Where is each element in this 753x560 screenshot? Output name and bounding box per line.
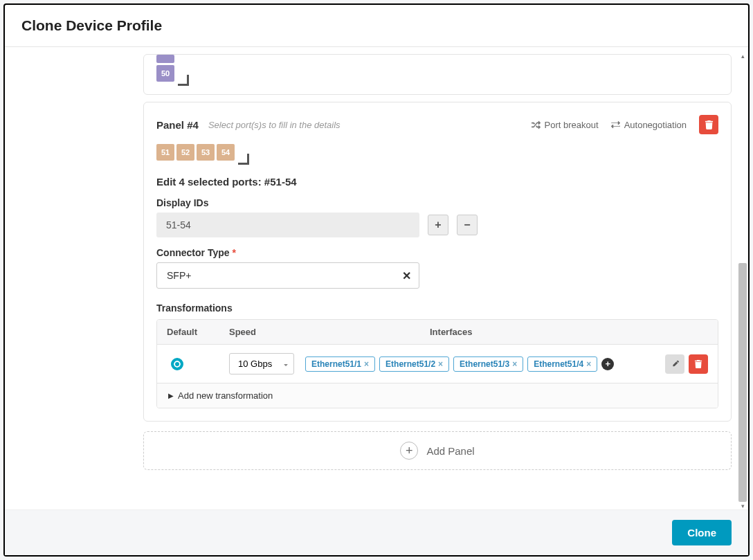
plus-circle-icon: + xyxy=(400,442,418,460)
table-row: 10 Gbps Ethernet51/1 × Ethernet51/2 × Et… xyxy=(157,345,718,383)
col-header-interfaces: Interfaces xyxy=(430,327,653,337)
remove-tag-button[interactable]: × xyxy=(586,359,591,369)
port-chip-partial xyxy=(156,55,174,63)
display-ids-input[interactable] xyxy=(156,213,419,237)
interface-tag: Ethernet51/4 × xyxy=(527,356,597,372)
interface-tag: Ethernet51/2 × xyxy=(379,356,449,372)
modal-title: Clone Device Profile xyxy=(5,5,748,47)
modal-dialog: Clone Device Profile 50 Panel #4 Select … xyxy=(3,3,750,557)
trash-icon xyxy=(694,360,702,368)
panel-hint: Select port(s)s to fill in the details xyxy=(208,120,532,130)
add-interface-button[interactable]: + xyxy=(601,358,614,370)
table-header-row: Default Speed Interfaces xyxy=(157,320,718,345)
edit-selected-heading: Edit 4 selected ports: #51-54 xyxy=(156,176,718,188)
connector-type-input[interactable] xyxy=(156,262,419,289)
edit-row-button[interactable] xyxy=(665,354,684,374)
transformations-label: Transformations xyxy=(156,302,718,314)
clone-button[interactable]: Clone xyxy=(672,520,732,545)
decrement-button[interactable]: − xyxy=(457,215,478,235)
port-breakout-button[interactable]: Port breakout xyxy=(532,120,599,130)
port-chip[interactable]: 52 xyxy=(176,144,194,161)
panel-card-previous: 50 xyxy=(143,54,732,95)
remove-tag-button[interactable]: × xyxy=(364,359,369,369)
panel-header: Panel #4 Select port(s)s to fill in the … xyxy=(156,115,718,134)
port-chip[interactable]: 53 xyxy=(197,144,215,161)
caret-right-icon: ▶ xyxy=(168,392,174,399)
add-transformation-button[interactable]: ▶ Add new transformation xyxy=(157,383,718,408)
col-header-default: Default xyxy=(167,327,229,337)
remove-tag-button[interactable]: × xyxy=(512,359,517,369)
panel-card-4: Panel #4 Select port(s)s to fill in the … xyxy=(143,102,732,422)
interface-tag: Ethernet51/3 × xyxy=(453,356,523,372)
port-chip[interactable]: 50 xyxy=(156,65,174,82)
delete-panel-button[interactable] xyxy=(699,115,718,134)
default-radio[interactable] xyxy=(171,358,183,370)
delete-row-button[interactable] xyxy=(689,354,708,374)
add-panel-button[interactable]: + Add Panel xyxy=(143,431,732,470)
plus-icon: + xyxy=(435,219,441,231)
random-icon xyxy=(532,120,541,129)
increment-button[interactable]: + xyxy=(428,215,448,235)
interface-tag: Ethernet51/1 × xyxy=(305,356,375,372)
autonegotiation-button[interactable]: Autonegotiation xyxy=(611,120,687,130)
connector-type-label: Connector Type * xyxy=(156,247,718,258)
transformations-table: Default Speed Interfaces 10 Gbps xyxy=(156,319,718,408)
modal-footer: Clone xyxy=(5,509,748,555)
panel-title: Panel #4 xyxy=(156,119,199,131)
remove-tag-button[interactable]: × xyxy=(438,359,443,369)
speed-select[interactable]: 10 Gbps xyxy=(229,353,294,374)
col-header-speed: Speed xyxy=(229,327,430,337)
exchange-icon xyxy=(611,120,620,129)
modal-body: 50 Panel #4 Select port(s)s to fill in t… xyxy=(5,47,748,509)
display-ids-label: Display IDs xyxy=(156,197,718,208)
required-mark: * xyxy=(232,247,235,258)
port-chip[interactable]: 54 xyxy=(217,144,235,161)
selection-handle-icon[interactable] xyxy=(178,75,189,86)
selection-handle-icon[interactable] xyxy=(238,154,249,165)
port-chip[interactable]: 51 xyxy=(156,144,174,161)
trash-icon xyxy=(705,120,714,129)
edit-icon xyxy=(671,360,679,368)
port-selection-row: 51 52 53 54 xyxy=(156,144,718,161)
minus-icon: − xyxy=(464,219,470,231)
clear-connector-button[interactable]: ✕ xyxy=(402,269,411,282)
